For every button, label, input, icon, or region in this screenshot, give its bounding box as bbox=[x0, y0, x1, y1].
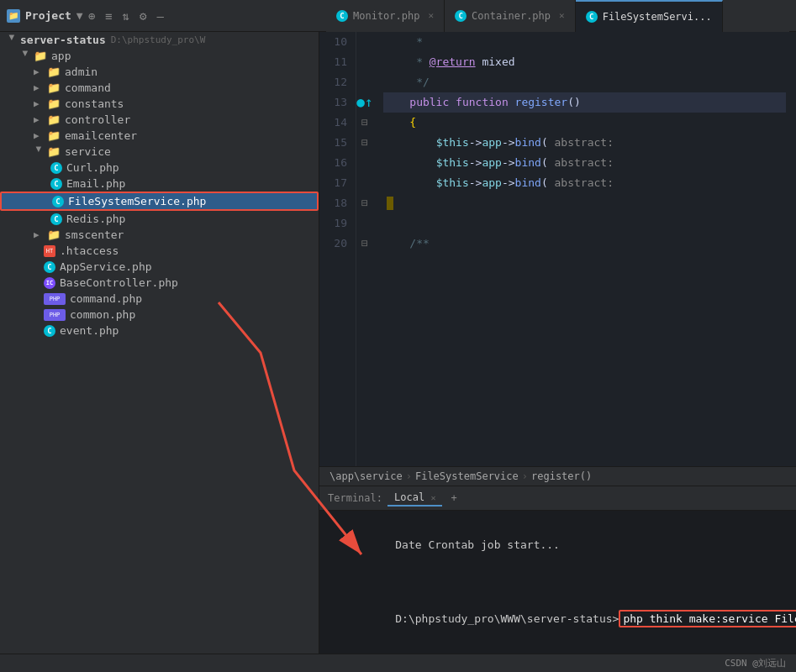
status-bar: CSDN @刘远山 bbox=[0, 654, 796, 672]
code-line-17: $this -> app -> bind ( abstract: bbox=[383, 173, 786, 193]
emailcenter-arrow: ▶ bbox=[34, 130, 44, 141]
globe-icon[interactable]: ⊕ bbox=[88, 9, 95, 23]
terminal-tab-local[interactable]: Local ✕ bbox=[387, 490, 442, 507]
file-label-appservice: AppService.php bbox=[60, 260, 152, 273]
tree-item-command[interactable]: ▶ 📁 command bbox=[0, 80, 319, 96]
folder-icon-service: 📁 bbox=[47, 145, 61, 158]
file-label-common-php: common.php bbox=[70, 308, 135, 321]
code-editor: 10 11 12 13 14 15 16 17 18 19 20 bbox=[319, 32, 796, 486]
code-line-18 bbox=[383, 193, 786, 213]
breadcrumb-service: \app\service bbox=[329, 470, 403, 482]
folder-label-admin: admin bbox=[65, 66, 98, 78]
folder-label-smscenter: smscenter bbox=[65, 228, 124, 241]
terminal-tab-close[interactable]: ✕ bbox=[430, 493, 435, 502]
settings-icon[interactable]: ⚙ bbox=[140, 9, 146, 23]
file-icon-curl: C bbox=[50, 162, 62, 174]
tree-item-constants[interactable]: ▶ 📁 constants bbox=[0, 96, 319, 112]
file-label-htaccess: .htaccess bbox=[60, 244, 119, 257]
top-bar-icons: ⊕ ≡ ⇅ ⚙ — bbox=[88, 9, 164, 23]
code-gutter: ●↑ ⊟ ⊟ ⊟ ⊟ bbox=[356, 32, 373, 466]
tree-item-basecontroller[interactable]: IC BaseController.php bbox=[0, 275, 319, 291]
tree-item-htaccess[interactable]: HT .htaccess bbox=[0, 243, 319, 259]
file-icon-command-php: PHP bbox=[44, 293, 66, 305]
tree-item-service[interactable]: ▶ 📁 service bbox=[0, 144, 319, 160]
file-tree: ▶ server-status D:\phpstudy_pro\W ▶ 📁 ap… bbox=[0, 32, 319, 654]
tree-item-smscenter[interactable]: ▶ 📁 smscenter bbox=[0, 227, 319, 243]
file-label-basecontroller: BaseController.php bbox=[60, 276, 178, 289]
code-content: * * @return mixed */ bbox=[373, 32, 796, 466]
terminal-line-4: Service:app\service\FileSystemService cr… bbox=[329, 647, 786, 654]
tree-item-admin[interactable]: ▶ 📁 admin bbox=[0, 64, 319, 80]
code-line-14: { bbox=[383, 113, 786, 133]
folder-label-app: app bbox=[51, 50, 71, 62]
file-label-event-php: event.php bbox=[60, 324, 119, 337]
fold-icon-14: ⊟ bbox=[361, 113, 368, 133]
app-arrow: ▶ bbox=[20, 51, 31, 61]
terminal-tab-label: Local bbox=[394, 491, 424, 503]
folder-label-command: command bbox=[65, 81, 111, 94]
tabs-bar: C Monitor.php ✕ C Container.php ✕ C File… bbox=[326, 0, 789, 32]
breadcrumb-method: register() bbox=[531, 470, 592, 482]
right-panel: 10 11 12 13 14 15 16 17 18 19 20 bbox=[319, 32, 796, 654]
tab-container[interactable]: C Container.php ✕ bbox=[445, 0, 576, 32]
tab-label-container: Container.php bbox=[472, 10, 551, 22]
file-icon-appservice: C bbox=[44, 261, 55, 273]
tree-item-common-php[interactable]: PHP common.php bbox=[0, 307, 319, 323]
file-label-filesystemservice: FileSystemService.php bbox=[68, 195, 206, 207]
tree-root[interactable]: ▶ server-status D:\phpstudy_pro\W bbox=[0, 32, 319, 48]
root-path: D:\phpstudy_pro\W bbox=[111, 34, 206, 45]
menu-icon[interactable]: ≡ bbox=[105, 9, 112, 23]
breadcrumb-class: FileSystemService bbox=[415, 470, 519, 482]
bookmark-icon: ●↑ bbox=[356, 92, 372, 113]
folder-label-controller: controller bbox=[65, 113, 130, 126]
file-icon-basecontroller: IC bbox=[44, 277, 55, 289]
tab-filesystem[interactable]: C FileSystemServi... bbox=[576, 0, 723, 32]
folder-icon-controller: 📁 bbox=[47, 113, 61, 126]
main-area: ▶ server-status D:\phpstudy_pro\W ▶ 📁 ap… bbox=[0, 32, 796, 654]
dropdown-arrow-icon[interactable]: ▼ bbox=[76, 9, 83, 22]
terminal-label: Terminal: bbox=[328, 492, 382, 504]
code-line-12: */ bbox=[383, 72, 786, 92]
terminal-line-1: Date Crontab job start... bbox=[329, 517, 786, 573]
tab-dot-filesystem: C bbox=[586, 11, 598, 23]
tree-item-emailcenter[interactable]: ▶ 📁 emailcenter bbox=[0, 128, 319, 144]
file-label-curl: Curl.php bbox=[66, 161, 119, 174]
tree-item-event-php[interactable]: C event.php bbox=[0, 323, 319, 339]
folder-icon-command: 📁 bbox=[47, 81, 61, 94]
folder-icon-app: 📁 bbox=[34, 50, 47, 62]
tree-item-command-php[interactable]: PHP command.php bbox=[0, 291, 319, 307]
project-icon: 📁 bbox=[7, 9, 20, 23]
code-line-19 bbox=[383, 213, 786, 234]
admin-arrow: ▶ bbox=[34, 66, 44, 77]
tree-item-email[interactable]: C Email.php bbox=[0, 176, 319, 192]
file-label-email: Email.php bbox=[66, 177, 125, 190]
top-bar-left: 📁 Project ▼ ⊕ ≡ ⇅ ⚙ — bbox=[7, 9, 326, 23]
folder-label-service: service bbox=[65, 145, 111, 158]
folder-label-constants: constants bbox=[65, 97, 124, 110]
tab-monitor[interactable]: C Monitor.php ✕ bbox=[326, 0, 445, 32]
tree-item-curl[interactable]: C Curl.php bbox=[0, 160, 319, 176]
tree-item-redis[interactable]: C Redis.php bbox=[0, 211, 319, 227]
code-line-13: public function register () bbox=[383, 92, 786, 113]
root-arrow: ▶ bbox=[7, 35, 18, 45]
tree-item-controller[interactable]: ▶ 📁 controller bbox=[0, 112, 319, 128]
tree-item-app[interactable]: ▶ 📁 app bbox=[0, 48, 319, 64]
file-icon-redis: C bbox=[50, 213, 62, 225]
sidebar: ▶ server-status D:\phpstudy_pro\W ▶ 📁 ap… bbox=[0, 32, 319, 654]
tab-close-monitor[interactable]: ✕ bbox=[428, 10, 434, 21]
service-arrow: ▶ bbox=[34, 147, 45, 157]
terminal-add-button[interactable]: + bbox=[451, 492, 456, 504]
fold-icon-15: ⊟ bbox=[361, 133, 368, 153]
sort-icon[interactable]: ⇅ bbox=[123, 9, 129, 23]
tree-item-appservice[interactable]: C AppService.php bbox=[0, 259, 319, 275]
command-arrow: ▶ bbox=[34, 82, 44, 93]
project-label: Project bbox=[25, 9, 71, 22]
minimize-icon[interactable]: — bbox=[156, 9, 163, 23]
folder-icon-smscenter: 📁 bbox=[47, 228, 61, 241]
line-numbers: 10 11 12 13 14 15 16 17 18 19 20 bbox=[319, 32, 356, 466]
tab-close-container[interactable]: ✕ bbox=[559, 10, 565, 21]
tab-dot-monitor: C bbox=[336, 10, 348, 22]
file-icon-filesystemservice: C bbox=[52, 196, 64, 207]
tab-label-filesystem: FileSystemServi... bbox=[603, 11, 712, 23]
tree-item-filesystemservice[interactable]: C FileSystemService.php bbox=[0, 192, 319, 211]
